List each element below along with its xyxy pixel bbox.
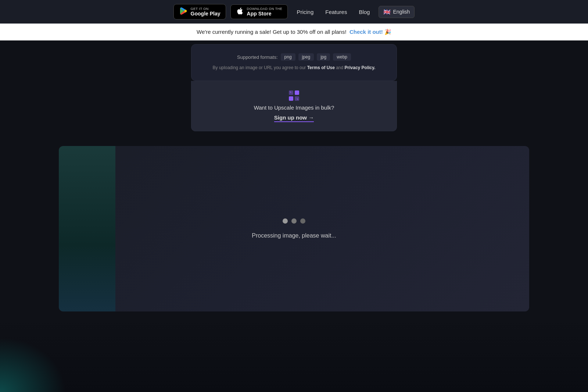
app-buttons-group: GET IT ON Google Play Download on the Ap…: [173, 4, 288, 19]
nav-features[interactable]: Features: [325, 9, 347, 15]
navbar: GET IT ON Google Play Download on the Ap…: [0, 0, 588, 24]
google-play-text: GET IT ON Google Play: [191, 7, 220, 17]
svg-rect-0: [289, 90, 293, 95]
dot-3: [300, 218, 305, 224]
nav-pricing[interactable]: Pricing: [297, 9, 313, 15]
dot-2: [291, 218, 297, 224]
processing-area: Processing image, please wait...: [0, 146, 588, 311]
main-content: Supported formats: png jpeg jpg webp By …: [0, 40, 588, 392]
sale-banner: We're currently running a sale! Get up t…: [0, 24, 588, 40]
upload-card: Supported formats: png jpeg jpg webp By …: [191, 44, 397, 81]
processing-text: Processing image, please wait...: [252, 232, 336, 239]
footer-area: [0, 319, 588, 392]
loading-dots: [283, 218, 305, 224]
formats-label: Supported formats:: [237, 54, 278, 60]
sale-text: We're currently running a sale! Get up t…: [197, 29, 347, 35]
nav-links: Pricing Features Blog: [297, 9, 370, 15]
terms-text: By uploading an image or URL you agree t…: [203, 65, 385, 70]
terms-link[interactable]: Terms of Use: [307, 65, 335, 70]
bulk-upscale-icon: [288, 90, 300, 101]
bulk-title: Want to Upscale Images in bulk?: [203, 104, 385, 111]
language-button[interactable]: 🇬🇧 English: [379, 6, 415, 18]
flag-icon: 🇬🇧: [383, 8, 391, 15]
nav-blog[interactable]: Blog: [359, 9, 370, 15]
dot-1: [283, 218, 288, 224]
bulk-promo: Want to Upscale Images in bulk? Sign up …: [191, 81, 397, 131]
google-play-button[interactable]: GET IT ON Google Play: [173, 4, 226, 19]
svg-rect-2: [289, 96, 293, 101]
app-store-text: Download on the App Store: [247, 7, 283, 17]
format-webp: webp: [333, 53, 351, 61]
supported-formats: Supported formats: png jpeg jpg webp: [203, 53, 385, 61]
sale-link[interactable]: Check it out! 🎉: [349, 29, 391, 35]
privacy-link[interactable]: Privacy Policy.: [345, 65, 376, 70]
svg-rect-1: [295, 90, 299, 95]
signup-link[interactable]: Sign up now →: [274, 114, 314, 122]
footer-glow: [0, 337, 66, 392]
format-jpg: jpg: [317, 53, 330, 61]
app-store-button[interactable]: Download on the App Store: [230, 4, 288, 19]
format-jpeg: jpeg: [298, 53, 314, 61]
language-label: English: [393, 9, 410, 15]
format-png: png: [281, 53, 295, 61]
image-preview-container: Processing image, please wait...: [59, 146, 529, 311]
google-play-icon: [179, 7, 188, 17]
apple-icon: [236, 7, 244, 17]
